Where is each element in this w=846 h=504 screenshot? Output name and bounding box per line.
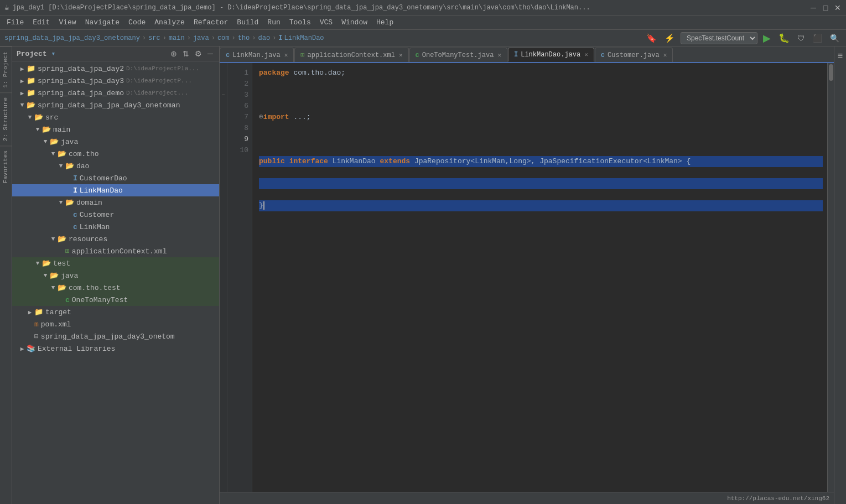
- fold-marker-3[interactable]: −: [220, 90, 227, 101]
- panel-dropdown-icon[interactable]: ▾: [51, 49, 56, 58]
- breadcrumb-linkman-dao[interactable]: LinkManDao: [284, 34, 324, 42]
- tree-toggle-java-test[interactable]: ▼: [42, 272, 49, 279]
- tab-close-linkman[interactable]: ✕: [284, 51, 288, 59]
- tree-node-spring-day3[interactable]: ▶ 📁 spring_data_jpa_day3 D:\ideaProjectP…: [12, 75, 219, 87]
- tree-toggle-test[interactable]: ▼: [34, 260, 41, 267]
- tree-node-src[interactable]: ▼ 📂 src: [12, 111, 219, 123]
- breadcrumb-tho[interactable]: tho: [238, 34, 250, 42]
- tree-toggle-day2[interactable]: ▶: [19, 65, 25, 72]
- tree-toggle-main[interactable]: ▼: [34, 126, 41, 133]
- tree-node-domain[interactable]: ▼ 📂 domain: [12, 196, 219, 209]
- tab-close-appcontext[interactable]: ✕: [399, 51, 403, 59]
- tree-node-target[interactable]: ▶ 📁 target: [12, 306, 219, 318]
- menu-run[interactable]: Run: [263, 17, 284, 28]
- breadcrumb-src[interactable]: src: [148, 34, 160, 42]
- sidebar-tab-project[interactable]: 1: Project: [0, 46, 12, 92]
- tree-toggle-com-tho-test[interactable]: ▼: [50, 284, 56, 291]
- tab-linkman-dao[interactable]: I LinkManDao.java ✕: [508, 48, 594, 62]
- right-side-button-1[interactable]: ≡: [835, 49, 845, 63]
- breadcrumb-dao[interactable]: dao: [258, 34, 271, 42]
- tree-toggle-com-tho[interactable]: ▼: [50, 150, 56, 157]
- tree-label-src: src: [45, 113, 58, 122]
- breadcrumb-project[interactable]: spring_data_jpa_jpa_day3_onetomany: [4, 34, 140, 42]
- tree-node-spring-demo[interactable]: ▶ 📁 spring_data_jpa_demo D:\ideaProject.…: [12, 87, 219, 99]
- main-layout: 1: Project 2: Structure Favorites Projec…: [0, 46, 846, 504]
- breadcrumb-com[interactable]: com: [217, 34, 230, 42]
- maximize-button[interactable]: □: [822, 4, 829, 12]
- editor-content: − 1 2 3 6 7 8 9 10 package com.tho.dao; …: [220, 63, 834, 492]
- tree-node-onetomany-test[interactable]: ▶ c OneToManyTest: [12, 294, 219, 306]
- menu-refactor[interactable]: Refactor: [189, 17, 232, 28]
- menu-vcs[interactable]: VCS: [315, 17, 337, 28]
- tab-customer-java[interactable]: c Customer.java ✕: [595, 48, 673, 62]
- tree-node-lib[interactable]: ▶ ⊟ spring_data_jpa_jpa_day3_onetom: [12, 330, 219, 342]
- run-button[interactable]: ▶: [761, 31, 773, 45]
- tree-node-main[interactable]: ▼ 📂 main: [12, 123, 219, 136]
- navigate-button[interactable]: ⚡: [662, 32, 677, 44]
- tree-node-customer-dao[interactable]: ▶ I CustomerDao: [12, 172, 219, 184]
- menu-file[interactable]: File: [2, 17, 28, 28]
- tree-toggle-onetomany[interactable]: ▼: [19, 102, 25, 108]
- tree-node-dao[interactable]: ▼ 📂 dao: [12, 160, 219, 172]
- close-button[interactable]: ✕: [834, 4, 842, 12]
- tree-toggle-ext-libs[interactable]: ▶: [19, 345, 25, 352]
- tree-toggle-target[interactable]: ▶: [27, 309, 33, 316]
- menu-help[interactable]: Help: [372, 17, 398, 28]
- tab-close-linkman-dao[interactable]: ✕: [584, 51, 588, 58]
- code-editor[interactable]: package com.tho.dao; ⊕import ...; public…: [252, 63, 827, 492]
- menu-analyze[interactable]: Analyze: [150, 17, 189, 28]
- menu-navigate[interactable]: Navigate: [81, 17, 124, 28]
- import-fold[interactable]: ⊕: [259, 113, 263, 121]
- tree-toggle-day3[interactable]: ▶: [19, 77, 25, 85]
- tab-close-customer[interactable]: ✕: [663, 51, 667, 59]
- tree-node-java[interactable]: ▼ 📂 java: [12, 136, 219, 148]
- tab-linkman-java[interactable]: c LinkMan.java ✕: [220, 48, 294, 62]
- coverage-button[interactable]: 🛡: [795, 33, 807, 44]
- run-config-selector[interactable]: SpecTest.testCount: [681, 32, 757, 44]
- panel-settings-button[interactable]: ⊕: [169, 49, 179, 59]
- tree-node-test[interactable]: ▼ 📂 test: [12, 257, 219, 269]
- tree-node-appcontext[interactable]: ▶ ⊞ applicationContext.xml: [12, 245, 219, 257]
- tree-node-ext-libs[interactable]: ▶ 📚 External Libraries: [12, 342, 219, 355]
- sidebar-tab-favorites[interactable]: Favorites: [0, 146, 12, 188]
- minimize-button[interactable]: ─: [809, 4, 817, 12]
- tree-node-java-test[interactable]: ▼ 📂 java: [12, 269, 219, 282]
- menu-build[interactable]: Build: [232, 17, 263, 28]
- tab-close-onetomany[interactable]: ✕: [497, 51, 501, 59]
- menu-view[interactable]: View: [54, 17, 80, 28]
- tree-node-pom[interactable]: ▶ m pom.xml: [12, 318, 219, 330]
- editor-scrollbar[interactable]: [827, 63, 834, 492]
- folder-icon-test: 📂: [42, 259, 51, 268]
- menu-window[interactable]: Window: [337, 17, 372, 28]
- tree-toggle-domain[interactable]: ▼: [58, 199, 64, 206]
- bookmark-button[interactable]: 🔖: [644, 32, 659, 44]
- search-button[interactable]: 🔍: [828, 33, 842, 44]
- debug-button[interactable]: 🐛: [776, 32, 792, 44]
- menu-edit[interactable]: Edit: [28, 17, 54, 28]
- sidebar-tab-structure[interactable]: 2: Structure: [0, 92, 12, 146]
- stop-button[interactable]: ⬛: [811, 33, 824, 44]
- tab-appcontext-xml[interactable]: ⊞ applicationContext.xml ✕: [294, 48, 408, 62]
- tree-node-spring-day2[interactable]: ▶ 📁 spring_data_jpa_day2 D:\ideaProjectP…: [12, 63, 219, 75]
- tree-toggle-resources[interactable]: ▼: [50, 236, 56, 242]
- tree-toggle-src[interactable]: ▼: [27, 114, 33, 121]
- menu-code[interactable]: Code: [124, 17, 150, 28]
- panel-sort-button[interactable]: ⇅: [181, 49, 191, 59]
- tab-onetomany-test[interactable]: c OneToManyTest.java ✕: [409, 48, 507, 62]
- tree-toggle-demo[interactable]: ▶: [19, 90, 25, 97]
- tree-node-com-tho-test[interactable]: ▼ 📂 com.tho.test: [12, 282, 219, 294]
- breadcrumb-main[interactable]: main: [169, 34, 185, 42]
- tree-node-customer[interactable]: ▶ c Customer: [12, 209, 219, 221]
- tree-node-com-tho[interactable]: ▼ 📂 com.tho: [12, 148, 219, 160]
- tree-toggle-dao[interactable]: ▼: [58, 163, 64, 169]
- menu-tools[interactable]: Tools: [285, 17, 315, 28]
- tree-node-linkman[interactable]: ▶ c LinkMan: [12, 221, 219, 233]
- tree-toggle-java[interactable]: ▼: [42, 138, 49, 145]
- panel-gear-button[interactable]: ⚙: [193, 49, 204, 59]
- breadcrumb-java[interactable]: java: [193, 34, 209, 42]
- tree-node-onetomany[interactable]: ▼ 📂 spring_data_jpa_jpa_day3_onetoman: [12, 99, 219, 111]
- scrollbar-thumb[interactable]: [829, 64, 833, 81]
- tree-node-resources[interactable]: ▼ 📂 resources: [12, 233, 219, 245]
- tree-node-linkman-dao[interactable]: ▶ I LinkManDao: [12, 184, 219, 196]
- panel-minimize-button[interactable]: ─: [206, 49, 215, 59]
